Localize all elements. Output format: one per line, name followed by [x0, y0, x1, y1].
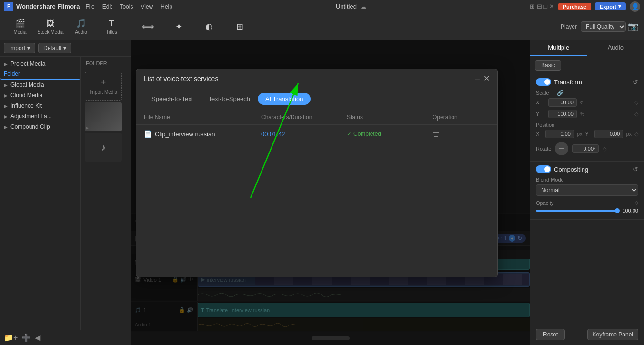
duration-cell: 00:01:42	[261, 131, 347, 138]
rotate-reset-icon[interactable]: ◇	[603, 146, 606, 152]
blend-mode-select[interactable]: Normal Multiply Screen Overlay	[536, 184, 638, 196]
import-media-button[interactable]: + Import Media	[85, 72, 122, 101]
position-reset-icon[interactable]: ◇	[634, 131, 638, 137]
compositing-header: Compositing ↺	[536, 165, 638, 173]
dialog-title: List of voice-text services	[144, 75, 218, 82]
transitions-icon: ⟺	[142, 21, 154, 32]
toolbar-audio[interactable]: 🎵 Audio	[67, 15, 95, 38]
split-icon: ⊞	[236, 21, 243, 32]
menu-file[interactable]: File	[85, 3, 94, 10]
toolbar-titles[interactable]: T Titles	[97, 15, 126, 38]
basic-button[interactable]: Basic	[535, 60, 561, 71]
sidebar-item-influence-kit[interactable]: ▶ Influence Kit	[0, 101, 80, 111]
media-content-area: FOLDER + Import Media ▶ ♪	[81, 57, 131, 330]
import-button[interactable]: Import ▾	[4, 43, 35, 53]
main-toolbar: 🎬 Media 🖼 Stock Media 🎵 Audio T Titles ⟺…	[0, 13, 644, 40]
collapse-icon[interactable]: ◀	[35, 333, 40, 342]
transform-header: Transform ↺	[536, 78, 638, 86]
add-icon[interactable]: ➕	[21, 333, 31, 342]
expand-icon: ▶	[4, 103, 8, 109]
position-x-input[interactable]	[545, 130, 574, 138]
position-x-label: X	[536, 131, 543, 137]
compositing-reset-icon[interactable]: ↺	[633, 165, 638, 173]
sidebar-item-adjustment[interactable]: ▶ Adjustment La...	[0, 111, 80, 122]
sidebar-item-global-media[interactable]: ▶ Global Media	[0, 80, 80, 90]
expand-icon: ▶	[4, 114, 8, 119]
export-button[interactable]: Export ▾	[595, 2, 626, 10]
tab-ai-translation[interactable]: AI Translation	[258, 93, 311, 105]
right-subtabs: Basic	[530, 56, 644, 74]
tab-multiple[interactable]: Multiple	[530, 40, 587, 56]
toolbar-effects[interactable]: ✦	[164, 15, 193, 38]
compositing-toggle-switch[interactable]	[536, 165, 551, 173]
scale-x-reset-icon[interactable]: ◇	[634, 100, 638, 106]
dialog-close-button[interactable]: ✕	[483, 74, 490, 83]
stock-icon: 🖼	[46, 19, 55, 29]
tab-speech-to-text[interactable]: Speech-to-Text	[144, 93, 201, 105]
blend-mode-label: Blend Mode	[536, 177, 564, 183]
scale-x-row: X % ◇	[536, 98, 638, 107]
menu-view[interactable]: View	[141, 3, 153, 10]
keyframe-panel-button[interactable]: Keyframe Panel	[587, 329, 638, 340]
media-thumbnail-2[interactable]: ♪	[85, 133, 122, 162]
media-sidebar: ▶ Project Media Folder ▶ Global Media ▶ …	[0, 57, 81, 330]
titles-icon: T	[109, 19, 114, 29]
position-label: Position	[536, 122, 554, 128]
menu-help[interactable]: Help	[161, 3, 172, 10]
menu-tools[interactable]: Tools	[120, 3, 133, 10]
snapshot-icon[interactable]: 📷	[628, 21, 638, 32]
quality-select[interactable]: Full Quality	[581, 21, 626, 32]
rotate-dial[interactable]	[555, 142, 568, 155]
position-y-input[interactable]	[594, 130, 623, 138]
dialog-table-header: File Name Characters/Duration Status Ope…	[136, 110, 497, 125]
toolbar-split[interactable]: ⊞	[225, 15, 254, 38]
position-x-unit: px	[577, 131, 583, 137]
opacity-label: Opacity	[536, 200, 553, 206]
scale-y-input[interactable]	[548, 110, 577, 118]
default-view-button[interactable]: Default ▾	[38, 43, 71, 53]
player-controls: Player Full Quality	[561, 21, 626, 32]
sidebar-label: Cloud Media	[10, 92, 42, 99]
compositing-toggle: Compositing	[536, 165, 588, 173]
user-avatar[interactable]: 👤	[630, 1, 640, 12]
toolbar-elements[interactable]: ◐	[195, 15, 223, 38]
sidebar-item-folder[interactable]: Folder	[0, 69, 80, 80]
media-thumbnails: + Import Media ▶ ♪	[83, 70, 129, 163]
opacity-reset-icon[interactable]: ◇	[634, 200, 638, 206]
purchase-button[interactable]: Purchase	[558, 3, 592, 10]
opacity-slider[interactable]	[536, 210, 617, 212]
reset-button[interactable]: Reset	[536, 329, 565, 340]
opacity-value: 100.00	[621, 208, 638, 213]
rotate-input[interactable]	[572, 144, 599, 153]
expand-icon: ▶	[4, 61, 8, 67]
scale-y-reset-icon[interactable]: ◇	[634, 111, 638, 117]
sidebar-item-compound-clip[interactable]: ▶ Compound Clip	[0, 122, 80, 132]
app-logo: F Wondershare Filmora	[4, 2, 80, 11]
right-tabs: Multiple Audio	[530, 40, 644, 56]
chevron-down-icon: ▾	[63, 45, 66, 51]
scale-x-input[interactable]	[548, 98, 577, 107]
file-name-text: Clip_interview russian	[155, 131, 215, 138]
transform-reset-icon[interactable]: ↺	[633, 78, 638, 86]
table-row: 📄 Clip_interview russian 00:01:42 ✓ Comp…	[136, 125, 497, 143]
tab-audio[interactable]: Audio	[587, 40, 644, 56]
toolbar-transitions[interactable]: ⟺	[134, 15, 162, 38]
sidebar-item-project-media[interactable]: ▶ Project Media	[0, 59, 80, 69]
toolbar-media[interactable]: 🎬 Media	[6, 15, 34, 38]
folder-label: Folder	[4, 71, 20, 77]
status-text: Completed	[353, 131, 381, 137]
right-panel: Multiple Audio Basic Transform ↺ Scale 🔗	[530, 40, 644, 345]
tab-text-to-speech[interactable]: Text-to-Speech	[201, 93, 257, 105]
opacity-row: 100.00	[536, 208, 638, 213]
media-thumbnail-1[interactable]: ▶	[85, 102, 122, 131]
transform-toggle-switch[interactable]	[536, 78, 551, 86]
folder-label: FOLDER	[83, 59, 129, 68]
sidebar-item-cloud-media[interactable]: ▶ Cloud Media	[0, 90, 80, 101]
dialog-minimize-button[interactable]: –	[475, 74, 480, 83]
menu-edit[interactable]: Edit	[102, 3, 112, 10]
logo-icon: F	[4, 2, 13, 11]
add-folder-icon[interactable]: 📁+	[4, 333, 18, 342]
toolbar-stock-media[interactable]: 🖼 Stock Media	[36, 15, 65, 38]
blend-mode-group: Blend Mode Normal Multiply Screen Overla…	[536, 177, 638, 196]
delete-button[interactable]: 🗑	[433, 130, 490, 138]
